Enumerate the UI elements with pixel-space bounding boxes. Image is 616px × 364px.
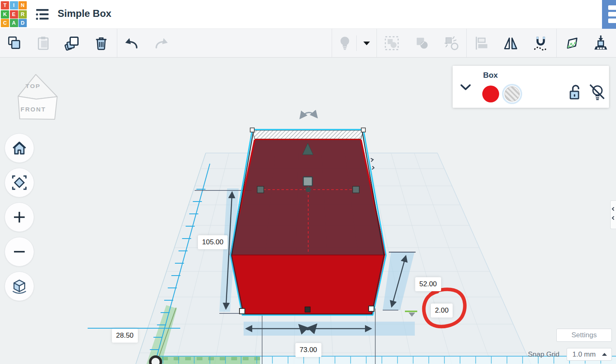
snap-magnet-button[interactable] (532, 34, 550, 52)
show-all-options-caret[interactable] (360, 34, 374, 52)
color-swatch-transparent[interactable] (504, 86, 521, 102)
panel-bar-icon (608, 19, 616, 23)
ruler-drop-tool-button[interactable] (592, 34, 610, 52)
logo-tile: I (10, 1, 18, 9)
home-view-button[interactable] (5, 133, 34, 163)
dim-height-field[interactable]: 52.00 (415, 277, 441, 291)
toolbar-divider (556, 29, 557, 57)
toolbar (0, 29, 616, 58)
shapes-panel-toggle-button[interactable] (602, 0, 616, 29)
scale-handle-right[interactable] (353, 186, 359, 193)
redo-button[interactable] (152, 34, 170, 52)
toolbar-divider (332, 29, 332, 57)
logo-tile: A (10, 19, 18, 27)
center-point (306, 187, 311, 192)
viewcube[interactable] (16, 71, 61, 125)
corner-handle-back-right[interactable] (361, 128, 365, 132)
logo-tile: R (19, 10, 27, 19)
panel-bar-icon (608, 5, 616, 10)
ruler-origin-handle[interactable] (150, 357, 161, 364)
zoom-out-button[interactable] (5, 237, 34, 267)
unlock-icon[interactable] (568, 84, 583, 102)
design-menu-icon[interactable] (35, 8, 49, 21)
selected-box-shape[interactable] (230, 130, 386, 315)
color-swatch-red[interactable] (482, 86, 499, 102)
scale-handle-back[interactable] (303, 177, 312, 186)
show-all-button[interactable] (336, 34, 354, 52)
viewcube-top-label[interactable]: TOP (26, 83, 41, 89)
logo-tile: K (1, 10, 9, 19)
dim-depth-field[interactable]: 105.00 (198, 235, 228, 249)
delete-button[interactable] (92, 34, 110, 52)
tinkercad-logo[interactable]: T I N K E R C A D (1, 1, 27, 27)
fit-view-button[interactable] (5, 168, 34, 197)
group-button[interactable] (383, 34, 401, 52)
paste-button[interactable] (34, 34, 52, 52)
toolbar-divider (377, 29, 377, 57)
header: T I N K E R C A D Simple Box (0, 0, 616, 29)
zoom-in-button[interactable] (5, 202, 34, 232)
snap-grid-select[interactable]: 1.0 mm (567, 348, 612, 361)
copy-button[interactable] (5, 34, 23, 52)
corner-handle-front-right[interactable] (369, 306, 374, 311)
ungroup-button[interactable] (413, 34, 431, 52)
duplicate-button[interactable] (63, 34, 81, 52)
logo-tile: C (1, 19, 9, 27)
toolbar-divider (117, 29, 117, 57)
rotate-handle-top[interactable] (300, 112, 317, 118)
design-title[interactable]: Simple Box (58, 8, 112, 19)
corner-handle-front-left[interactable] (239, 308, 245, 314)
viewcube-front-label[interactable]: FRONT (21, 106, 46, 113)
workplane-tool-button[interactable] (563, 34, 581, 52)
settings-button[interactable]: Settings (556, 329, 612, 342)
logo-tile: N (19, 1, 27, 9)
dim-elevation-field[interactable]: 2.00 (431, 304, 453, 318)
logo-tile: E (10, 10, 18, 19)
snap-grid-value: 1.0 mm (567, 350, 602, 359)
perspective-toggle-button[interactable] (5, 271, 34, 301)
corner-handle-back-left[interactable] (250, 128, 254, 132)
collapse-chevron-icon[interactable] (460, 84, 471, 91)
toolbar-divider (356, 35, 357, 51)
edge-handle-front[interactable] (305, 307, 310, 312)
collapsed-panel-tab[interactable] (610, 200, 616, 229)
logo-tile: D (19, 19, 27, 27)
shape-name: Box (483, 71, 498, 80)
mirror-button[interactable] (502, 34, 520, 52)
hide-shape-icon[interactable] (588, 83, 606, 102)
shape-inspector-panel: Box (453, 66, 609, 108)
break-apart-button[interactable] (442, 34, 460, 52)
dim-width-field[interactable]: 73.00 (295, 343, 321, 357)
toolbar-divider (466, 29, 467, 57)
scale-handle-left[interactable] (257, 186, 264, 193)
snap-grid-caret-icon (602, 353, 607, 356)
undo-button[interactable] (123, 34, 141, 52)
snap-grid-label: Snap Grid (528, 350, 560, 359)
align-button[interactable] (473, 34, 491, 52)
panel-bar-icon (608, 12, 616, 16)
logo-tile: T (1, 1, 9, 9)
dim-ruler-offset-field[interactable]: 28.50 (112, 329, 138, 343)
